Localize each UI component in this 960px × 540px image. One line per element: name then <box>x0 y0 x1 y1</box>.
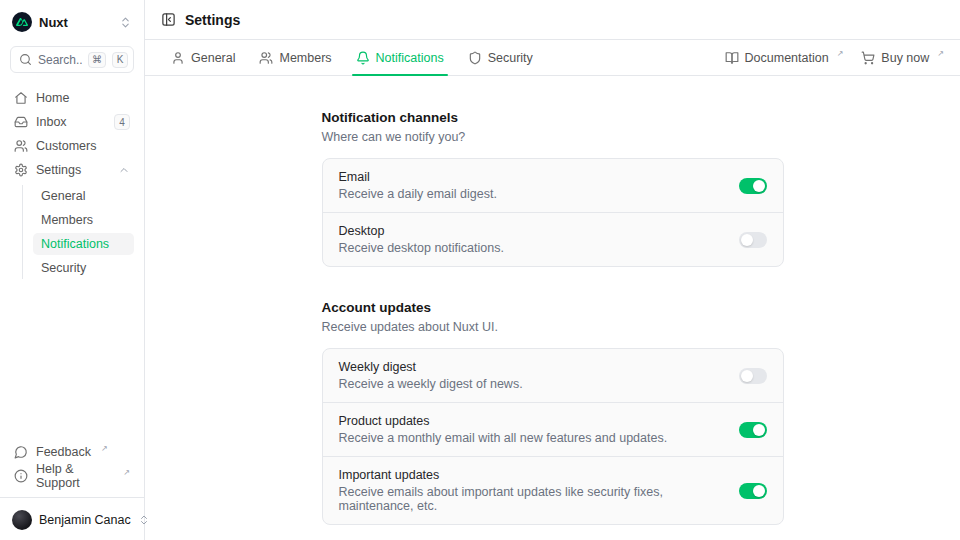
home-icon <box>14 91 28 105</box>
section-account-updates: Account updates Receive updates about Nu… <box>322 300 784 525</box>
tabs-bar: General Members Notifications Security <box>145 40 960 76</box>
external-link-icon: ↗ <box>837 49 844 58</box>
sidebar-item-label: Settings <box>36 163 110 177</box>
sidebar-item-customers[interactable]: Customers <box>10 135 134 157</box>
shield-icon <box>468 51 482 65</box>
setting-row-desktop: Desktop Receive desktop notifications. <box>323 212 783 266</box>
header-actions: Documentation ↗ Buy now ↗ <box>725 40 944 75</box>
avatar <box>12 510 32 530</box>
sidebar-item-members[interactable]: Members <box>33 209 134 231</box>
settings-card: Weekly digest Receive a weekly digest of… <box>322 348 784 525</box>
tab-notifications[interactable]: Notifications <box>346 40 454 75</box>
setting-label: Email <box>339 170 723 184</box>
tab-label: Notifications <box>376 51 444 65</box>
sidebar-item-label: Notifications <box>41 237 109 251</box>
setting-row-product-updates: Product updates Receive a monthly email … <box>323 402 783 456</box>
external-link-icon: ↗ <box>101 444 108 453</box>
action-label: Documentation <box>745 51 829 65</box>
sidebar-item-general[interactable]: General <box>33 185 134 207</box>
setting-description: Receive a daily email digest. <box>339 187 723 201</box>
kbd-meta: ⌘ <box>88 52 106 68</box>
search-bar[interactable]: ⌘ K <box>10 46 134 73</box>
chat-bubble-icon <box>14 445 28 459</box>
footer-item-label: Feedback <box>36 445 91 459</box>
chevron-up-icon <box>118 164 130 176</box>
sidebar: Nuxt ⌘ K Home Inb <box>0 0 145 540</box>
settings-sub-nav: General Members Notifications Security <box>22 185 134 279</box>
user-name: Benjamin Canac <box>39 513 131 527</box>
sidebar-footer: Feedback ↗ Help & Support ↗ Benjamin Can… <box>10 441 134 532</box>
chevron-up-down-icon <box>119 16 132 29</box>
gear-icon <box>14 163 28 177</box>
sidebar-item-security[interactable]: Security <box>33 257 134 279</box>
user-menu[interactable]: Benjamin Canac <box>10 508 134 532</box>
toggle-product-updates[interactable] <box>739 422 767 438</box>
setting-label: Desktop <box>339 224 723 238</box>
settings-card: Email Receive a daily email digest. Desk… <box>322 158 784 267</box>
sidebar-item-inbox[interactable]: Inbox 4 <box>10 111 134 133</box>
sidebar-nav: Home Inbox 4 Customers Settings <box>10 87 134 279</box>
buy-now-link[interactable]: Buy now ↗ <box>861 51 944 65</box>
tab-security[interactable]: Security <box>458 40 543 75</box>
action-label: Buy now <box>881 51 929 65</box>
workspace-switcher[interactable]: Nuxt <box>10 10 134 34</box>
search-input[interactable] <box>38 53 82 67</box>
sidebar-item-label: General <box>41 189 85 203</box>
sidebar-item-label: Customers <box>36 139 130 153</box>
setting-label: Important updates <box>339 468 723 482</box>
setting-description: Receive a weekly digest of news. <box>339 377 723 391</box>
section-title: Notification channels <box>322 110 784 125</box>
external-link-icon: ↗ <box>937 49 944 58</box>
tab-members[interactable]: Members <box>249 40 341 75</box>
nuxt-logo-icon <box>12 12 32 32</box>
app-window: Nuxt ⌘ K Home Inb <box>0 0 960 540</box>
help-support-link[interactable]: Help & Support ↗ <box>10 465 134 487</box>
section-subtitle: Receive updates about Nuxt UI. <box>322 320 784 334</box>
toggle-important-updates[interactable] <box>739 483 767 499</box>
tab-label: Security <box>488 51 533 65</box>
tab-label: Members <box>279 51 331 65</box>
divider <box>0 497 144 498</box>
workspace-name: Nuxt <box>39 15 112 30</box>
sidebar-item-label: Inbox <box>36 115 106 129</box>
search-icon <box>19 53 32 66</box>
setting-row-important-updates: Important updates Receive emails about i… <box>323 456 783 524</box>
setting-label: Product updates <box>339 414 723 428</box>
page-header: Settings <box>145 0 960 40</box>
cart-icon <box>861 51 875 65</box>
toggle-desktop[interactable] <box>739 232 767 248</box>
sidebar-item-settings[interactable]: Settings <box>10 159 134 181</box>
bell-icon <box>356 51 370 65</box>
settings-content: Notification channels Where can we notif… <box>145 76 960 540</box>
sidebar-item-label: Members <box>41 213 93 227</box>
toggle-email[interactable] <box>739 178 767 194</box>
toggle-weekly-digest[interactable] <box>739 368 767 384</box>
section-subtitle: Where can we notify you? <box>322 130 784 144</box>
footer-item-label: Help & Support <box>36 462 113 490</box>
collapse-sidebar-icon[interactable] <box>161 12 176 27</box>
users-icon <box>259 51 273 65</box>
external-link-icon: ↗ <box>123 468 130 477</box>
main-panel: Settings General Members Notifications <box>145 0 960 540</box>
sidebar-item-notifications[interactable]: Notifications <box>33 233 134 255</box>
section-notification-channels: Notification channels Where can we notif… <box>322 110 784 267</box>
sidebar-item-home[interactable]: Home <box>10 87 134 109</box>
setting-description: Receive emails about important updates l… <box>339 485 723 513</box>
setting-description: Receive desktop notifications. <box>339 241 723 255</box>
sidebar-item-label: Security <box>41 261 86 275</box>
feedback-link[interactable]: Feedback ↗ <box>10 441 134 463</box>
setting-row-email: Email Receive a daily email digest. <box>323 159 783 212</box>
documentation-link[interactable]: Documentation ↗ <box>725 51 844 65</box>
info-circle-icon <box>14 469 28 483</box>
sidebar-item-label: Home <box>36 91 130 105</box>
inbox-count-badge: 4 <box>114 114 130 130</box>
section-title: Account updates <box>322 300 784 315</box>
setting-row-weekly-digest: Weekly digest Receive a weekly digest of… <box>323 349 783 402</box>
page-title: Settings <box>185 12 240 28</box>
kbd-k: K <box>112 52 128 68</box>
book-open-icon <box>725 51 739 65</box>
tab-label: General <box>191 51 235 65</box>
tab-general[interactable]: General <box>161 40 245 75</box>
users-icon <box>14 139 28 153</box>
inbox-icon <box>14 115 28 129</box>
